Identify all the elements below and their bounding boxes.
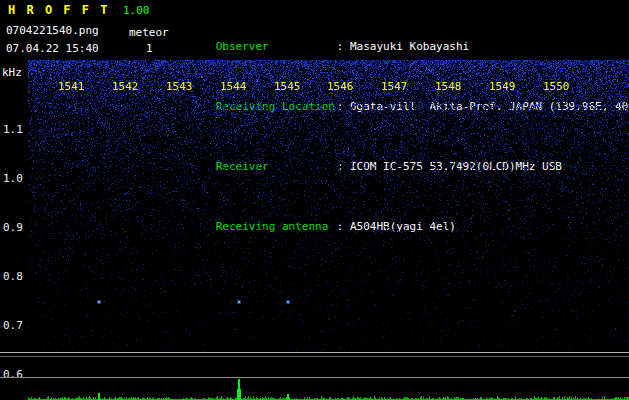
app-version: 1.00 xyxy=(123,4,150,17)
info-label: Observer xyxy=(216,41,337,53)
y-tick-1-0: 1.0 xyxy=(3,172,23,185)
x-tick-1549: 1549 xyxy=(489,80,516,93)
y-tick-0-7: 0.7 xyxy=(3,319,23,332)
x-tick-1546: 1546 xyxy=(327,80,354,93)
app-title: H R O F F T xyxy=(8,3,109,17)
x-tick-1544: 1544 xyxy=(220,80,247,93)
separator-line xyxy=(0,356,629,357)
mode-label: meteor xyxy=(129,26,169,39)
separator-line xyxy=(0,352,629,353)
filename: 0704221540.png xyxy=(6,24,99,37)
y-tick-0-6: 0.6 xyxy=(3,368,23,381)
y-tick-1-1: 1.1 xyxy=(3,123,23,136)
x-tick-1541: 1541 xyxy=(58,80,85,93)
x-tick-1542: 1542 xyxy=(112,80,139,93)
x-tick-1548: 1548 xyxy=(435,80,462,93)
spectrogram-canvas xyxy=(28,60,629,351)
x-tick-1543: 1543 xyxy=(166,80,193,93)
x-tick-1550: 1550 xyxy=(543,80,570,93)
info-value: : Masayuki Kobayashi xyxy=(337,40,469,53)
level-meter-canvas xyxy=(28,378,629,400)
y-axis-unit: kHz xyxy=(2,66,22,79)
x-tick-1545: 1545 xyxy=(274,80,301,93)
y-tick-0-8: 0.8 xyxy=(3,270,23,283)
hrofft-window: H R O F F T 1.00 0704221540.png meteor 0… xyxy=(0,0,629,400)
y-tick-0-9: 0.9 xyxy=(3,221,23,234)
datetime: 07.04.22 15:40 xyxy=(6,42,99,55)
x-tick-1547: 1547 xyxy=(381,80,408,93)
meteor-count: 1 xyxy=(146,42,153,55)
